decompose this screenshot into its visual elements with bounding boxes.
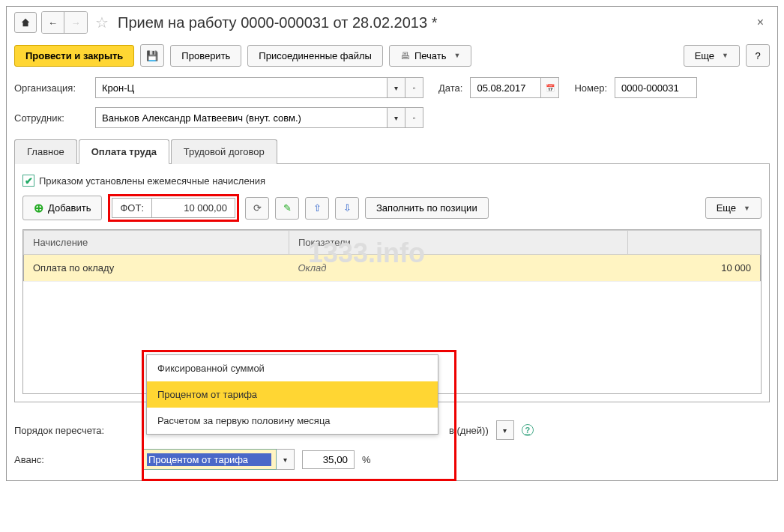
chevron-down-icon: ▼	[744, 205, 750, 212]
printer-icon: 🖶	[400, 50, 410, 61]
arrow-up-icon: ⇧	[313, 202, 322, 214]
main-toolbar: Провести и закрыть 💾 Проверить Присоедин…	[7, 38, 777, 73]
recalc-dropdown-button[interactable]: ▾	[496, 420, 514, 440]
employee-row: Сотрудник: ▾ ▫	[7, 103, 777, 133]
checkbox-row: ✔ Приказом установлены ежемесячные начис…	[22, 172, 762, 194]
edit-button[interactable]: ✎	[275, 197, 299, 220]
chevron-down-icon: ▼	[722, 52, 729, 59]
fill-by-position-button[interactable]: Заполнить по позиции	[365, 197, 489, 219]
dropdown-item-fixed[interactable]: Фиксированной суммой	[147, 355, 438, 381]
nav-group: ← →	[41, 11, 88, 34]
refresh-button[interactable]: ⟳	[245, 197, 269, 220]
home-button[interactable]	[14, 12, 37, 33]
accruals-table: Начисление Показатели Оплата по окладу О…	[23, 230, 761, 282]
chevron-down-icon: ▾	[394, 84, 398, 92]
help-link[interactable]: ?	[522, 424, 534, 436]
employee-input-group: ▾ ▫	[95, 107, 423, 128]
dropdown-item-calc[interactable]: Расчетом за первую половину месяца	[147, 408, 438, 434]
tab-payment[interactable]: Оплата труда	[79, 139, 169, 164]
help-button[interactable]: ?	[746, 44, 770, 67]
fot-highlight: ФОТ: 10 000,00	[108, 194, 239, 222]
arrow-left-icon: ←	[48, 17, 58, 28]
page-title: Прием на работу 0000-000031 от 28.02.201…	[118, 14, 747, 31]
print-button[interactable]: 🖶 Печать ▼	[389, 45, 472, 67]
fot-group: ФОТ: 10 000,00	[112, 198, 235, 218]
add-button[interactable]: ⊕ Добавить	[22, 196, 102, 220]
close-icon: ×	[757, 16, 764, 28]
org-label: Организация:	[14, 82, 88, 94]
tab-contract[interactable]: Трудовой договор	[171, 139, 277, 164]
employee-label: Сотрудник:	[14, 112, 88, 124]
date-input[interactable]	[470, 77, 541, 98]
titlebar: ← → ☆ Прием на работу 0000-000031 от 28.…	[7, 7, 777, 38]
attached-files-button[interactable]: Присоединенные файлы	[247, 45, 383, 67]
save-close-button[interactable]: Провести и закрыть	[14, 45, 134, 67]
arrow-down-icon: ⇩	[343, 202, 352, 214]
number-input[interactable]	[615, 77, 697, 98]
date-label: Дата:	[438, 82, 462, 94]
org-input-group: ▾ ▫	[95, 77, 423, 98]
chevron-down-icon: ▾	[503, 426, 507, 435]
check-icon: ✔	[25, 175, 33, 187]
window: ← → ☆ Прием на работу 0000-000031 от 28.…	[6, 6, 778, 481]
home-icon	[20, 17, 31, 28]
dropdown-item-percent[interactable]: Процентом от тарифа	[147, 381, 438, 408]
org-input[interactable]	[95, 77, 388, 98]
col-accrual: Начисление	[24, 231, 289, 255]
save-icon: 💾	[146, 50, 158, 61]
fot-value: 10 000,00	[152, 199, 235, 217]
more-button[interactable]: Еще ▼	[684, 45, 740, 67]
tab-main[interactable]: Главное	[14, 139, 77, 164]
move-down-button[interactable]: ⇩	[335, 197, 359, 220]
check-button[interactable]: Проверить	[170, 45, 241, 67]
close-button[interactable]: ×	[751, 16, 770, 29]
cell-accrual: Оплата по окладу	[24, 255, 289, 282]
star-icon[interactable]: ☆	[95, 13, 109, 31]
move-up-button[interactable]: ⇧	[305, 197, 329, 220]
org-dropdown-button[interactable]: ▾	[388, 77, 405, 98]
tabs: Главное Оплата труда Трудовой договор	[14, 139, 770, 164]
col-indicators: Показатели	[289, 231, 627, 255]
employee-open-button[interactable]: ▫	[405, 107, 423, 128]
plus-icon: ⊕	[34, 201, 43, 215]
cell-value: 10 000	[628, 255, 761, 282]
employee-input[interactable]	[95, 107, 388, 128]
arrow-right-icon: →	[71, 17, 81, 28]
advance-dropdown: Фиксированной суммой Процентом от тарифа…	[146, 354, 438, 435]
number-label: Номер:	[574, 82, 607, 94]
table-row[interactable]: Оплата по окладу Оклад 10 000	[24, 255, 761, 282]
sub-toolbar: ⊕ Добавить ФОТ: 10 000,00 ⟳ ✎ ⇧ ⇩ Заполн…	[22, 194, 762, 222]
sub-more-button[interactable]: Еще ▼	[705, 197, 762, 219]
fot-label: ФОТ:	[112, 199, 152, 217]
open-icon: ▫	[413, 84, 416, 92]
org-row: Организация: ▾ ▫ Дата: 📅 Номер:	[7, 73, 777, 103]
checkbox-label: Приказом установлены ежемесячные начисле…	[39, 175, 265, 187]
cell-indicator: Оклад	[289, 255, 627, 282]
employee-dropdown-button[interactable]: ▾	[388, 107, 405, 128]
forward-button[interactable]: →	[64, 12, 87, 33]
save-button[interactable]: 💾	[140, 44, 164, 67]
chevron-down-icon: ▾	[394, 114, 398, 122]
advance-label: Аванс:	[14, 454, 134, 465]
bottom-section: Фиксированной суммой Процентом от тарифа…	[7, 410, 777, 480]
recalc-label: Порядок пересчета:	[14, 425, 134, 436]
refresh-icon: ⟳	[253, 202, 262, 214]
chevron-down-icon: ▼	[454, 52, 461, 59]
monthly-checkbox[interactable]: ✔	[22, 175, 34, 187]
pencil-icon: ✎	[283, 202, 292, 214]
org-open-button[interactable]: ▫	[405, 77, 423, 98]
calendar-icon: 📅	[546, 84, 555, 92]
date-input-group: 📅	[470, 77, 559, 98]
back-button[interactable]: ←	[42, 12, 64, 33]
open-icon: ▫	[413, 114, 416, 122]
calendar-button[interactable]: 📅	[541, 77, 559, 98]
